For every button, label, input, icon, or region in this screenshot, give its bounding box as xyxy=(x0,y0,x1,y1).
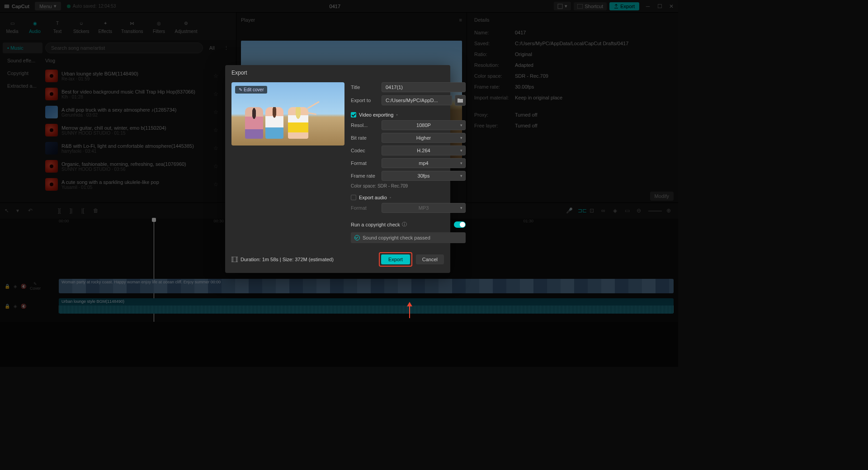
copyright-toggle[interactable] xyxy=(454,221,466,228)
favorite-icon[interactable]: ☆ xyxy=(213,73,221,79)
favorite-icon[interactable]: ☆ xyxy=(213,91,221,97)
chain-icon[interactable]: ∞ xyxy=(601,207,609,215)
callout-arrow xyxy=(407,302,412,318)
audio-icon: ◉ xyxy=(30,19,39,28)
lock-icon[interactable]: 🔒 xyxy=(5,284,10,289)
browse-folder-button[interactable] xyxy=(455,95,466,106)
search-input[interactable] xyxy=(45,42,203,53)
song-title: Organic, fashionable, morning, refreshin… xyxy=(61,161,210,167)
format-select[interactable]: mp4 xyxy=(382,158,466,168)
resolution-select[interactable]: 1080P xyxy=(382,120,466,130)
export-top-button[interactable]: Export xyxy=(609,2,639,10)
lock-icon[interactable]: 🔒 xyxy=(5,304,10,309)
song-item[interactable]: Organic, fashionable, morning, refreshin… xyxy=(45,157,231,175)
song-item[interactable]: Merrow guitar, chill out, winter, emo b(… xyxy=(45,121,231,139)
pointer-tool-icon[interactable]: ↖ xyxy=(5,207,12,215)
tab-stickers[interactable]: ☺Stickers xyxy=(71,17,92,36)
bitrate-label: Bit rate xyxy=(351,135,379,141)
export-button[interactable]: Export xyxy=(381,254,410,264)
delete-icon[interactable]: 🗑 xyxy=(93,207,100,215)
shortcut-button[interactable]: Shortcut xyxy=(574,2,607,10)
tab-effects[interactable]: ✦Effects xyxy=(96,17,115,36)
favorite-icon[interactable]: ☆ xyxy=(213,109,221,115)
video-clip[interactable]: Woman party at rocky coast. Happy woman … xyxy=(59,279,674,293)
song-thumbnail xyxy=(45,106,58,118)
mute-icon[interactable]: 🔇 xyxy=(21,304,26,309)
song-item[interactable]: A chill pop truck with a sexy atmosphere… xyxy=(45,103,231,121)
codec-select[interactable]: H.264 xyxy=(382,146,466,155)
bitrate-select[interactable]: Higher xyxy=(382,133,466,143)
mic-icon[interactable]: 🎤 xyxy=(566,207,573,215)
song-artist: harryfaoki · 03:41 xyxy=(61,149,210,154)
split-icon[interactable]: ][ xyxy=(58,207,65,215)
title-input[interactable] xyxy=(382,82,466,92)
video-track: 🔒 ◈ 🔇 ✎Cover Woman party at rocky coast.… xyxy=(5,277,674,295)
export-audio-checkbox[interactable]: Export audio▪ xyxy=(351,195,466,200)
trim-left-icon[interactable]: ]| xyxy=(70,207,77,215)
format-label: Format xyxy=(351,160,379,166)
layout-button[interactable]: ▾ xyxy=(554,2,571,10)
tab-transitions[interactable]: ⋈Transitions xyxy=(118,17,146,36)
close-button[interactable]: ✕ xyxy=(668,3,675,9)
link-icon[interactable]: ⊡ xyxy=(590,207,597,215)
favorite-icon[interactable]: ☆ xyxy=(213,163,221,169)
folder-icon xyxy=(458,98,463,103)
menu-button[interactable]: Menu ▾ xyxy=(35,2,61,10)
zoom-in-icon[interactable]: ⊕ xyxy=(666,207,674,215)
svg-rect-2 xyxy=(558,4,562,9)
tab-text[interactable]: TText xyxy=(48,17,67,36)
visible-icon[interactable]: ◈ xyxy=(14,284,17,289)
filter-more-icon[interactable]: ⋮ xyxy=(221,45,231,51)
export-to-input[interactable] xyxy=(382,95,452,105)
song-thumbnail xyxy=(45,124,58,136)
edit-cover-button[interactable]: ✎Edit cover xyxy=(235,86,267,94)
export-to-label: Export to xyxy=(351,98,379,103)
player-menu-icon[interactable]: ≡ xyxy=(459,17,462,23)
checkbox-unchecked-icon xyxy=(351,195,356,200)
song-thumbnail xyxy=(45,70,58,82)
mute-icon[interactable]: 🔇 xyxy=(21,284,26,289)
tab-media[interactable]: ▭Media xyxy=(3,17,22,36)
tab-audio[interactable]: ◉Audio xyxy=(25,17,44,36)
modify-button[interactable]: Modify xyxy=(650,192,674,201)
undo-icon[interactable]: ↶ xyxy=(28,207,35,215)
player-title: Player xyxy=(241,17,255,23)
tab-filters[interactable]: ◎Filters xyxy=(150,17,169,36)
zoom-out-icon[interactable]: ⊖ xyxy=(637,207,644,215)
subtab-extracted-audio[interactable]: Extracted a... xyxy=(3,80,42,91)
filter-all[interactable]: All xyxy=(207,45,217,51)
marker-icon[interactable]: ◈ xyxy=(613,207,620,215)
dropdown-icon[interactable]: ▾ xyxy=(16,207,24,215)
framerate-label: Frame rate xyxy=(351,173,379,179)
copyright-check-label: Run a copyright checkⓘ xyxy=(351,221,407,228)
subtab-music[interactable]: • Music xyxy=(3,42,42,53)
preview-icon[interactable]: ▭ xyxy=(625,207,632,215)
info-icon[interactable]: ⓘ xyxy=(402,221,407,228)
audio-format-label: Format xyxy=(351,205,379,211)
favorite-icon[interactable]: ☆ xyxy=(213,145,221,151)
framerate-select[interactable]: 30fps xyxy=(382,171,466,181)
minimize-button[interactable]: ─ xyxy=(645,3,651,9)
subtab-sound-effects[interactable]: Sound effe... xyxy=(3,55,42,66)
cover-preview: ✎Edit cover xyxy=(231,82,344,146)
favorite-icon[interactable]: ☆ xyxy=(213,127,221,133)
magnet-icon[interactable]: ⊐⊏ xyxy=(578,207,585,215)
song-item[interactable]: Urban lounge style BGM(1148490)Re-lax · … xyxy=(45,67,231,85)
tab-adjustment[interactable]: ⚙Adjustment xyxy=(172,17,200,36)
cancel-button[interactable]: Cancel xyxy=(416,254,444,264)
song-item[interactable]: R&B with Lo-Fi, light and comfortable at… xyxy=(45,139,231,157)
song-item[interactable]: Best for video background music Chill Tr… xyxy=(45,85,231,103)
details-row: Saved:C:/Users/MyPC/AppData/Local/CapCut… xyxy=(474,38,671,49)
video-exporting-checkbox[interactable]: Video exporting▪ xyxy=(351,112,466,118)
cover-button[interactable]: ✎Cover xyxy=(30,282,41,291)
svg-rect-4 xyxy=(231,257,238,262)
trim-right-icon[interactable]: |[ xyxy=(81,207,89,215)
audio-clip[interactable]: Urban lounge style BGM(1148490) xyxy=(59,298,674,314)
subtab-copyright[interactable]: Copyright xyxy=(3,68,42,79)
zoom-slider[interactable] xyxy=(648,211,662,212)
maximize-button[interactable]: ☐ xyxy=(656,3,663,9)
favorite-icon[interactable]: ☆ xyxy=(213,181,221,188)
visible-icon[interactable]: ◈ xyxy=(14,304,17,309)
song-item[interactable]: A cute song with a sparkling ukulele-lik… xyxy=(45,175,231,193)
transitions-icon: ⋈ xyxy=(127,19,137,28)
